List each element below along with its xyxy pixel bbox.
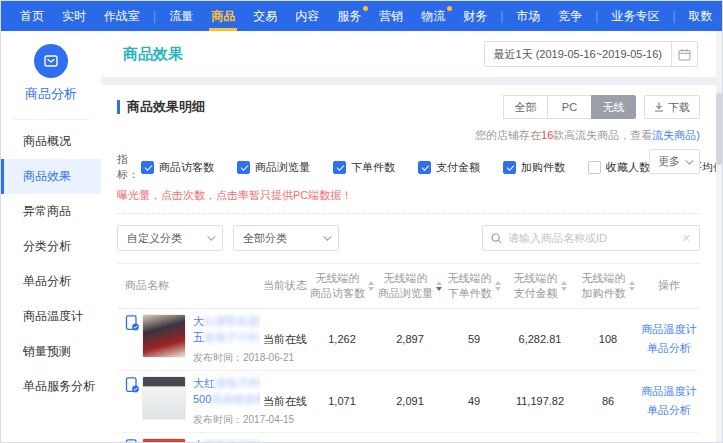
visitors-cell: 1,262: [310, 333, 374, 345]
clear-search-icon[interactable]: ✕: [682, 232, 691, 245]
metric-checkbox[interactable]: 支付金额: [418, 160, 480, 175]
nav-item[interactable]: 服务: [328, 1, 370, 31]
checkbox-icon[interactable]: [141, 161, 154, 174]
product-thumbnail[interactable]: [142, 438, 186, 443]
nav-item[interactable]: |: [149, 1, 160, 31]
nav-item[interactable]: 作战室: [95, 1, 149, 31]
checkbox-icon[interactable]: [588, 161, 601, 174]
payment-cell: 11,197.82: [502, 395, 578, 407]
action-cell: 商品温度计 单品分析: [638, 384, 700, 418]
thermometer-link[interactable]: 商品温度计: [638, 322, 700, 337]
nav-item[interactable]: 商品: [202, 1, 244, 31]
table-row: 大红屏双面显示高0.01精准小 五金电子计价台秤商用秤 发布时间：2018-06…: [117, 309, 700, 371]
all-category-select[interactable]: 全部分类: [233, 225, 339, 251]
sidebar-item[interactable]: 异常商品: [1, 194, 101, 229]
scrollbar-thumb[interactable]: [716, 93, 722, 165]
sort-icon[interactable]: [629, 278, 635, 294]
nav-item[interactable]: 市场: [507, 1, 549, 31]
product-search-box[interactable]: ✕: [482, 225, 700, 251]
sidebar-item[interactable]: 商品效果: [1, 159, 101, 194]
download-button[interactable]: 下载: [644, 95, 700, 119]
nav-item[interactable]: 取数: [680, 1, 722, 31]
top-navigation: 首页 实时 作战室 | 流量 商品 交易 内容 服务 营销 物流 财务 | 市场…: [1, 1, 722, 31]
churn-products-link[interactable]: 流失商品): [652, 129, 700, 141]
date-range-text: 最近1天 (2019-05-16~2019-05-16): [485, 42, 671, 66]
table-row: 大屏幕电子秤商用30kg 家用台秤高精度自动电子计 发布时间：2017-07-1…: [117, 433, 700, 443]
nav-item[interactable]: 流量: [160, 1, 202, 31]
sidebar-item[interactable]: 商品温度计: [1, 299, 101, 334]
more-label: 更多: [658, 154, 680, 169]
column-header: 操作: [638, 278, 700, 293]
nav-item[interactable]: 营销: [370, 1, 412, 31]
nav-item[interactable]: 物流: [412, 1, 454, 31]
column-header: 无线端的 商品浏览量: [374, 271, 446, 301]
section-title: 商品效果明细: [117, 98, 205, 116]
metric-checkbox[interactable]: 商品访客数: [141, 160, 214, 175]
dashed-divider: [117, 213, 700, 214]
orders-cell: 59: [446, 333, 502, 345]
metric-label: 下单件数: [351, 160, 395, 175]
product-name-link[interactable]: 大屏幕电子秤商用30kg: [193, 438, 260, 443]
checkbox-icon[interactable]: [418, 161, 431, 174]
pageviews-cell: 2,091: [374, 395, 446, 407]
product-table: 商品名称 当前状态: [117, 263, 700, 443]
column-header: 无线端的 支付金额: [502, 271, 578, 301]
metric-checkbox[interactable]: 商品浏览量: [237, 160, 310, 175]
sidebar-item[interactable]: 单品分析: [1, 264, 101, 299]
wireless-product-icon: [125, 315, 139, 331]
nav-item[interactable]: 竞争: [549, 1, 591, 31]
product-name-link[interactable]: 500克高精度商用电子分: [193, 392, 260, 408]
metric-checkbox[interactable]: 加购件数: [503, 160, 565, 175]
metric-checkbox[interactable]: 收藏人数: [588, 160, 650, 175]
scrollbar-track[interactable]: [716, 31, 722, 442]
page-header: 商品效果 最近1天 (2019-05-16~2019-05-16): [101, 31, 716, 77]
payment-cell: 6,282.81: [502, 333, 578, 345]
metric-checkbox[interactable]: 下单件数: [333, 160, 395, 175]
nav-item[interactable]: 首页: [11, 1, 53, 31]
sort-icon[interactable]: [495, 278, 501, 294]
metrics-label: 指标：: [117, 152, 139, 182]
sort-icon[interactable]: [561, 278, 567, 294]
checkbox-icon[interactable]: [503, 161, 516, 174]
nav-item[interactable]: 业务专区: [602, 1, 668, 31]
search-input[interactable]: [508, 232, 682, 244]
calendar-icon[interactable]: [671, 42, 697, 66]
nav-item[interactable]: |: [591, 1, 602, 31]
nav-item[interactable]: 实时: [53, 1, 95, 31]
sidebar: 商品分析 商品概况 商品效果 异常商品 分类分析 单品分析 商品温度计 销量预测…: [1, 31, 101, 443]
custom-category-select[interactable]: 自定义分类: [117, 225, 223, 251]
checkbox-icon[interactable]: [333, 161, 346, 174]
sidebar-item[interactable]: 分类分析: [1, 229, 101, 264]
thermometer-link[interactable]: 商品温度计: [638, 384, 700, 399]
more-metrics-button[interactable]: 更多: [649, 149, 700, 174]
sidebar-item[interactable]: 销量预测: [1, 334, 101, 369]
pc-data-warning: 曝光量，点击次数，点击率暂只提供PC端数据！: [117, 188, 700, 203]
select-value: 全部分类: [243, 231, 287, 246]
nav-item[interactable]: |: [668, 1, 679, 31]
product-name-link[interactable]: 五金电子计价台秤商用秤: [193, 330, 260, 346]
terminal-tab[interactable]: 无线: [591, 95, 636, 119]
nav-item[interactable]: 财务: [454, 1, 496, 31]
nav-item[interactable]: 交易: [244, 1, 286, 31]
checkbox-icon[interactable]: [237, 161, 250, 174]
nav-item[interactable]: 内容: [286, 1, 328, 31]
single-analysis-link[interactable]: 单品分析: [638, 341, 700, 356]
product-name-link[interactable]: 大红屏电子秤计价台秤精准: [193, 376, 260, 392]
sidebar-item[interactable]: 单品服务分析: [1, 369, 101, 404]
product-name-link[interactable]: 大红屏双面显示高0.01精准小: [193, 314, 260, 330]
sort-icon[interactable]: [436, 278, 442, 294]
orders-cell: 49: [446, 395, 502, 407]
product-thumbnail[interactable]: [142, 314, 186, 358]
detail-card: 商品效果明细 全部 PC 无线: [101, 85, 716, 443]
notice-text: 款高流失商品，查看: [553, 129, 652, 141]
nav-item[interactable]: |: [496, 1, 507, 31]
date-range-picker[interactable]: 最近1天 (2019-05-16~2019-05-16): [484, 41, 698, 67]
product-thumbnail[interactable]: [142, 376, 186, 420]
column-header: 无线端的 加购件数: [578, 271, 638, 301]
single-analysis-link[interactable]: 单品分析: [638, 403, 700, 418]
terminal-tab[interactable]: 全部: [503, 95, 548, 119]
terminal-tab[interactable]: PC: [547, 95, 592, 119]
publish-date: 发布时间：2017-04-15: [193, 413, 260, 427]
sidebar-item[interactable]: 商品概况: [1, 124, 101, 159]
terminal-tab-group: 全部 PC 无线: [504, 95, 636, 119]
